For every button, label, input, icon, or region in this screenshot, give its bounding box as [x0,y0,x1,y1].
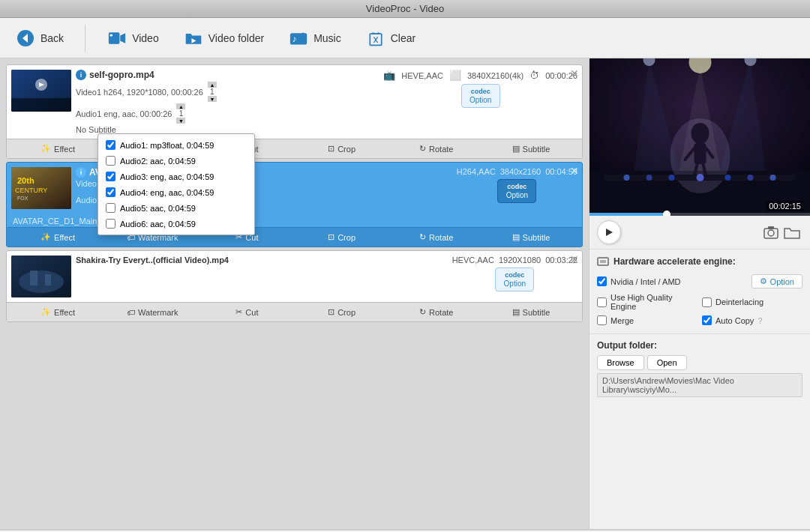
card2-outname: AVATAR_CE_D1_Main_Title.mkv ✎ [7,214,582,227]
svg-point-43 [624,175,630,181]
clear-label: Clear [391,32,416,44]
output-folder-header: Output folder: [597,340,802,351]
preview-time: 00:02:15 [766,201,804,211]
autocopy-checkbox[interactable]: Auto Copy ? [702,315,802,325]
audio-option-6[interactable]: Audio6: aac, 0:04:59 [98,216,254,232]
card2-header: 20th CENTURY FOX i AVATAR_CE...Title.m2t… [7,163,582,214]
audio-check-1[interactable] [106,140,116,150]
quality-checkbox[interactable]: Use High Quality Engine [597,293,698,311]
svg-text:CENTURY: CENTURY [15,187,47,194]
nvidia-row: Nvidia / Intel / AMD ⚙ Option [597,272,802,291]
audio-option-1[interactable]: Audio1: mp3float, 0:04:59 [98,137,254,153]
crop-btn-3[interactable]: ⊡Crop [296,305,388,319]
play-button[interactable] [597,220,621,244]
svg-point-47 [725,175,731,181]
card1-header: i self-gopro.mp4 Video1 h264, 1920*1080,… [7,65,582,139]
merge-checkbox[interactable]: Merge [597,315,698,325]
card3-actions: ✨Effect 🏷Watermark ✂Cut ⊡Crop ↻Rotate [7,302,582,321]
back-button[interactable]: Back [9,25,70,52]
close-card-1[interactable]: ✕ [570,68,579,79]
out-res-1: 3840X2160(4k) [467,71,524,80]
progress-bar[interactable] [590,213,810,216]
svg-rect-25 [30,270,38,285]
subtitle-btn-3[interactable]: ▤Subtitle [484,305,578,319]
audio-stepper-1[interactable]: ▲ 1 ▼ [175,103,187,124]
source-name-3: Shakira-Try Everyt..(official Video).mp4 [76,256,229,265]
card2-actions: ✨ Effect 🏷 Watermark ✂ Cut ⊡ Crop [7,227,582,247]
music-button[interactable]: ♪ Music [282,25,347,52]
video-stepper-1[interactable]: ▲ 1 ▼ [206,82,218,102]
codec-btn-2[interactable]: codec Option [497,179,536,203]
watermark-btn-3[interactable]: 🏷Watermark [106,305,199,319]
hw-option-button[interactable]: ⚙ Option [752,274,802,288]
info-icon-1[interactable]: i [76,70,86,80]
video-button[interactable]: Video [100,25,165,52]
out-codec-2: H264,AAC [457,167,496,176]
video-folder-button[interactable]: Video folder [177,25,270,52]
video-folder-label: Video folder [208,32,264,44]
audio-check-5[interactable] [106,203,116,213]
merge-row: Merge Auto Copy ? [597,313,802,327]
gear-icon: ⚙ [760,276,767,286]
deinterlacing-checkbox[interactable]: Deinterlacing [702,297,802,307]
audio-option-5[interactable]: Audio5: aac, 0:04:59 [98,200,254,216]
back-icon [15,28,36,49]
subtitle-btn-1[interactable]: ▤ Subtitle [484,142,578,156]
rotate-btn-1[interactable]: ↻ Rotate [390,142,483,156]
audio-check-3[interactable] [106,172,116,181]
close-card-2[interactable]: ✕ [570,166,579,176]
stage-scene: 00:02:15 [590,58,810,216]
codec-btn-3[interactable]: codec Option [495,267,534,291]
clear-button[interactable]: Clear [359,25,422,52]
video-card-2[interactable]: ✕ 20th CENTURY FOX i [6,162,583,247]
audio-option-4[interactable]: Audio4: eng, aac, 0:04:59 [98,184,254,200]
svg-text:♪: ♪ [292,34,297,44]
hardware-section: Hardware accelerate engine: Nvidia / Int… [590,250,810,334]
audio-check-4[interactable] [106,187,116,197]
progress-dot[interactable] [663,211,670,216]
audio-check-6[interactable] [106,219,116,229]
browse-button[interactable]: Browse [597,355,644,370]
effect-btn-1[interactable]: ✨ Effect [11,142,104,156]
svg-marker-50 [606,229,613,236]
svg-text:FOX: FOX [17,196,28,201]
subtitle-icon-3: ▤ [512,307,520,317]
svg-point-46 [697,174,704,181]
rotate-btn-3[interactable]: ↻Rotate [390,305,483,319]
option-label-2: Option [506,191,528,199]
video-card-1[interactable]: ✕ i self-gopro.m [6,64,583,159]
video-card-3[interactable]: ✕ Shakira-Try Everyt..(officia [6,250,583,322]
info-icon-2[interactable]: i [76,167,86,178]
option-label-3: Option [504,279,526,288]
effect-btn-3[interactable]: ✨Effect [11,305,104,319]
audio-check-2[interactable] [106,156,116,166]
out-codec-3: HEVC,AAC [452,256,494,265]
svg-point-48 [748,175,754,181]
watermark-icon-3: 🏷 [127,308,135,317]
subtitle-btn-2[interactable]: ▤ Subtitle [484,230,578,244]
music-label: Music [314,32,341,44]
progress-filled [590,213,667,216]
nvidia-checkbox[interactable]: Nvidia / Intel / AMD [597,276,747,286]
hardware-title: Hardware accelerate engine: [614,256,736,267]
codec-btn-1[interactable]: codec Option [461,84,500,108]
cut-btn-3[interactable]: ✂Cut [200,305,293,319]
crop-btn-2[interactable]: ⊡ Crop [296,230,388,244]
crop-btn-1[interactable]: ⊡ Crop [296,142,388,156]
open-button[interactable]: Open [647,355,687,370]
back-label: Back [40,32,64,44]
audio-option-3[interactable]: Audio3: eng, aac, 0:04:59 [98,169,254,184]
audio-option-2[interactable]: Audio2: aac, 0:04:59 [98,153,254,169]
snapshot-button[interactable] [760,222,782,243]
quality-row: Use High Quality Engine Deinterlacing [597,291,802,313]
folder-open-button[interactable] [782,222,802,243]
left-panel: ✕ i self-gopro.m [0,58,589,529]
autocopy-info-icon[interactable]: ? [758,316,762,325]
svg-point-33 [692,123,710,144]
video-track-1: Video1 h264, 1920*1080, 00:00:26 [76,88,203,97]
effect-btn-2[interactable]: ✨ Effect [11,230,104,244]
right-panel: 00:02:15 [589,58,810,529]
close-card-3[interactable]: ✕ [570,254,579,265]
music-icon: ♪ [288,28,309,49]
rotate-btn-2[interactable]: ↻ Rotate [390,230,483,244]
